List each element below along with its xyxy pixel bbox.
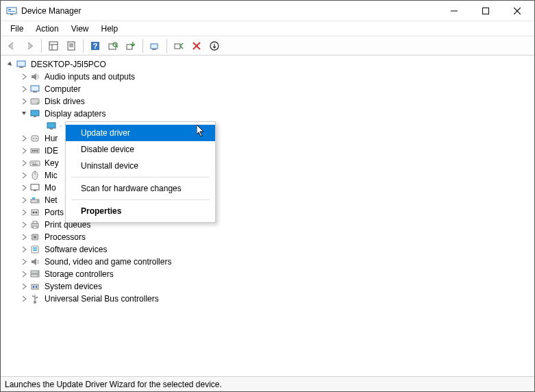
chevron-right-icon[interactable] [18, 158, 29, 169]
svg-rect-70 [33, 249, 37, 251]
maximize-button[interactable] [470, 1, 501, 21]
tree-category-label: Display adapters [43, 108, 107, 119]
svg-rect-45 [32, 162, 33, 164]
tree-category[interactable]: Processors [2, 231, 533, 243]
close-button[interactable] [501, 1, 533, 21]
tree-category[interactable]: Sound, video and game controllers [2, 256, 533, 268]
svg-rect-41 [32, 150, 34, 151]
chevron-right-icon[interactable] [18, 244, 29, 255]
cpu-icon [29, 232, 40, 243]
show-hide-console-button[interactable] [45, 38, 62, 54]
svg-rect-37 [32, 136, 38, 141]
network-icon [29, 195, 40, 206]
chevron-down-icon[interactable] [18, 108, 29, 119]
svg-rect-43 [36, 150, 38, 151]
minimize-button[interactable] [438, 1, 470, 21]
properties-button[interactable] [63, 38, 79, 54]
svg-rect-8 [49, 42, 58, 50]
computer-icon [29, 84, 40, 95]
chevron-right-icon[interactable] [18, 84, 29, 95]
svg-rect-11 [68, 42, 75, 50]
chevron-right-icon[interactable] [18, 281, 29, 292]
svg-line-19 [116, 46, 118, 47]
tree-category[interactable]: Display adapters [2, 108, 533, 120]
disk-icon [29, 96, 40, 107]
monitor-icon [29, 182, 40, 193]
device-tree[interactable]: DESKTOP-J5I5PCO Audio inputs and outputs… [1, 56, 534, 376]
toolbar-separator [166, 39, 167, 53]
forward-button[interactable] [21, 38, 38, 54]
app-icon [6, 5, 17, 16]
computer-icon [16, 59, 27, 70]
context-menu-properties[interactable]: Properties [66, 203, 215, 219]
tree-category[interactable]: Storage controllers [2, 268, 533, 280]
tree-category[interactable]: Software devices [2, 243, 533, 256]
chevron-right-icon[interactable] [18, 256, 29, 267]
chevron-right-icon[interactable] [18, 133, 29, 144]
chevron-right-icon[interactable] [18, 232, 29, 243]
svg-rect-60 [33, 221, 37, 223]
enable-button[interactable] [206, 38, 223, 54]
chevron-right-icon[interactable] [18, 71, 29, 82]
context-menu-update-driver[interactable]: Update driver [66, 125, 215, 141]
tree-root[interactable]: DESKTOP-J5I5PCO [2, 58, 533, 71]
help-button[interactable]: ? [87, 38, 103, 54]
tree-category[interactable]: Computer [2, 83, 533, 95]
context-menu: Update driver Disable device Uninstall d… [65, 121, 216, 223]
tree-category[interactable]: Disk drives [2, 95, 533, 108]
tree-category[interactable]: Audio inputs and outputs [2, 71, 533, 83]
tree-category[interactable]: System devices [2, 280, 533, 293]
svg-point-32 [37, 102, 38, 103]
svg-point-58 [36, 212, 38, 214]
svg-rect-48 [32, 164, 38, 166]
tree-category-label: Disk drives [43, 96, 86, 107]
uninstall-button[interactable] [147, 38, 163, 54]
menu-action[interactable]: Action [30, 23, 64, 35]
system-icon [29, 281, 40, 292]
svg-rect-63 [34, 236, 36, 238]
delete-button[interactable] [188, 38, 205, 54]
expander-icon[interactable] [5, 59, 16, 70]
mouse-icon [29, 170, 40, 181]
svg-rect-47 [35, 162, 36, 164]
svg-rect-77 [36, 286, 37, 288]
tree-category-label: Mo [43, 182, 58, 193]
svg-point-38 [33, 138, 34, 139]
tree-category-label: Audio inputs and outputs [43, 71, 136, 82]
menu-help[interactable]: Help [96, 23, 124, 35]
chevron-right-icon[interactable] [18, 207, 29, 218]
back-button[interactable] [3, 38, 20, 54]
tree-category[interactable]: Universal Serial Bus controllers [2, 293, 533, 305]
menu-view[interactable]: View [66, 23, 95, 35]
svg-rect-42 [34, 150, 36, 151]
chevron-right-icon[interactable] [18, 145, 29, 156]
tree-category-label: Universal Serial Bus controllers [43, 293, 160, 304]
chevron-right-icon[interactable] [18, 182, 29, 193]
tree-category-label: Storage controllers [43, 269, 115, 280]
ide-icon [29, 145, 40, 156]
context-menu-scan-hardware[interactable]: Scan for hardware changes [66, 180, 215, 197]
update-driver-button[interactable] [123, 38, 139, 54]
context-menu-uninstall-device[interactable]: Uninstall device [66, 158, 215, 174]
chevron-right-icon[interactable] [18, 269, 29, 280]
toolbar-separator [142, 39, 143, 53]
svg-point-74 [37, 275, 38, 276]
menu-file[interactable]: File [5, 23, 29, 35]
svg-rect-29 [31, 86, 39, 91]
disable-button[interactable] [171, 38, 187, 54]
svg-rect-81 [36, 297, 38, 298]
svg-rect-34 [34, 116, 36, 117]
chevron-right-icon[interactable] [18, 170, 29, 181]
chevron-right-icon[interactable] [18, 219, 29, 230]
chevron-right-icon[interactable] [18, 195, 29, 206]
toolbar-separator [41, 39, 42, 53]
context-menu-disable-device[interactable]: Disable device [66, 141, 215, 158]
svg-rect-3 [10, 14, 13, 15]
scan-hardware-button[interactable] [105, 38, 121, 54]
tree-category-label: Software devices [43, 244, 108, 255]
chevron-right-icon[interactable] [18, 293, 29, 304]
chevron-right-icon[interactable] [18, 96, 29, 107]
svg-rect-75 [32, 284, 38, 289]
printer-icon [29, 219, 40, 230]
statusbar-text: Launches the Update Driver Wizard for th… [5, 380, 222, 389]
